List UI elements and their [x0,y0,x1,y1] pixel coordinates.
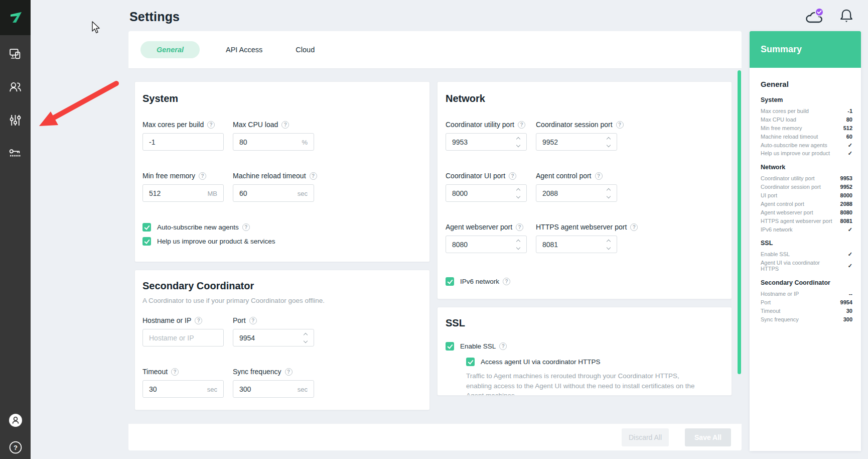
summary-row: Auto-subscribe new agents✓ [761,143,852,149]
field-label: Machine reload timeout [233,172,306,180]
auto-subscribe-checkbox[interactable] [142,223,151,232]
ssl-description: Traffic to Agent machines is rerouted th… [466,371,697,396]
field-label: Coordinator utility port [446,121,514,129]
ssl-card: SSL Enable SSL Access agent UI via coord… [437,307,732,396]
help-icon[interactable] [616,121,624,129]
help-button[interactable]: ? [8,440,23,455]
help-icon[interactable] [595,172,603,180]
help-icon[interactable] [516,223,523,231]
machine-reload-timeout-input[interactable] [233,185,314,201]
timeout-input[interactable] [143,381,223,397]
secondary-card-title: Secondary Coordinator [142,280,422,292]
help-icon[interactable] [310,172,317,180]
field-label: Max cores per build [142,121,204,129]
help-icon[interactable] [518,121,525,129]
help-icon[interactable] [285,368,293,376]
coordinator-ui-port-input[interactable] [446,185,526,201]
field-min-free-memory: Min free memory MB [142,172,224,202]
ipv6-checkbox[interactable] [446,277,454,286]
number-stepper[interactable] [607,240,610,249]
summary-section-title: Network [761,164,852,171]
summary-panel: Summary General System Max cores per bui… [750,31,861,451]
network-card: Network Coordinator utility port Coordin… [437,81,732,299]
checkbox-label: Auto-subscribe new agents [157,223,239,231]
sidebar-item-license[interactable] [8,146,23,161]
min-free-memory-input[interactable] [143,185,223,201]
summary-row: Coordinator utility port9953 [761,176,852,182]
summary-row: Agent control port2088 [761,201,852,207]
secondary-coordinator-card: Secondary Coordinator A Coordinator to u… [134,270,430,410]
license-key-icon [9,147,22,160]
field-label: Hostname or IP [142,316,191,324]
field-label: Coordinator session port [536,121,613,129]
max-cpu-load-input[interactable] [233,134,314,150]
field-label: Agent control port [536,172,592,180]
sidebar-item-agents[interactable] [8,46,23,61]
help-icon[interactable] [199,172,206,180]
cloud-status-button[interactable] [804,7,826,29]
save-all-button[interactable]: Save All [685,428,731,446]
agent-ui-https-row: Access agent UI via coordinator HTTPS [466,358,724,366]
secondary-card-description: A Coordinator to use if your primary Coo… [142,297,422,304]
improve-product-checkbox[interactable] [142,237,151,246]
help-icon[interactable] [499,342,507,350]
help-icon[interactable] [171,368,179,376]
summary-row: IPv6 network✓ [761,227,852,233]
settings-tabbar: General API Access Cloud [128,31,742,68]
sidebar-item-users[interactable] [8,79,23,94]
help-icon[interactable] [207,121,215,129]
help-icon[interactable] [242,223,250,231]
checkbox-label: Access agent UI via coordinator HTTPS [481,358,601,366]
help-icon[interactable] [249,317,257,324]
help-icon[interactable] [195,317,202,324]
tab-api-access[interactable]: API Access [219,42,269,58]
hostname-input[interactable] [143,329,223,346]
number-stepper[interactable] [517,138,520,147]
summary-section-title: System [761,96,852,103]
sync-frequency-input[interactable] [233,381,314,397]
help-icon[interactable] [281,121,289,129]
tab-general[interactable]: General [140,41,200,58]
number-stepper[interactable] [304,333,307,342]
number-stepper[interactable] [517,240,520,249]
coordinator-session-port-input[interactable] [536,134,617,150]
number-stepper[interactable] [607,189,610,198]
notifications-button[interactable] [838,7,855,28]
footer-actions: Discard All Save All [128,424,742,450]
number-stepper[interactable] [607,138,610,147]
summary-row: Agent webserver port8080 [761,210,852,216]
agent-control-port-input[interactable] [536,185,617,201]
cloud-status-icon [804,7,826,27]
app-logo[interactable] [0,0,31,35]
help-icon[interactable] [503,278,510,285]
max-cores-input[interactable] [143,134,223,150]
help-icon[interactable] [630,223,638,231]
checkbox-label: Help us improve our product & services [157,238,275,245]
sidebar-item-settings[interactable] [8,112,23,128]
avatar-icon [8,413,23,428]
agent-webserver-port-input[interactable] [446,236,526,253]
content-scrollbar-thumb[interactable] [738,70,741,374]
secondary-port-input[interactable] [233,329,314,346]
field-agent-control-port: Agent control port [536,172,617,202]
tab-cloud[interactable]: Cloud [288,42,322,58]
discard-all-button[interactable]: Discard All [622,428,669,446]
summary-row: Sync frequency300 [761,317,852,323]
topbar-actions [804,7,855,29]
ssl-card-title: SSL [446,317,724,329]
summary-group-title: General [761,80,852,88]
summary-section-title: Secondary Coordinator [761,279,852,286]
field-secondary-port: Port [233,316,314,347]
coordinator-utility-port-input[interactable] [446,134,526,150]
help-icon[interactable] [509,172,516,180]
field-coordinator-ui-port: Coordinator UI port [446,172,527,202]
number-stepper[interactable] [517,189,520,198]
summary-row: Hostname or IP-- [761,291,852,297]
agent-ui-https-checkbox[interactable] [466,358,475,366]
ipv6-row: IPv6 network [446,277,724,286]
https-agent-webserver-port-input[interactable] [536,236,617,253]
summary-header: Summary [750,31,861,68]
user-avatar-button[interactable] [8,413,23,428]
summary-section-title: SSL [761,240,852,247]
enable-ssl-checkbox[interactable] [446,342,454,351]
